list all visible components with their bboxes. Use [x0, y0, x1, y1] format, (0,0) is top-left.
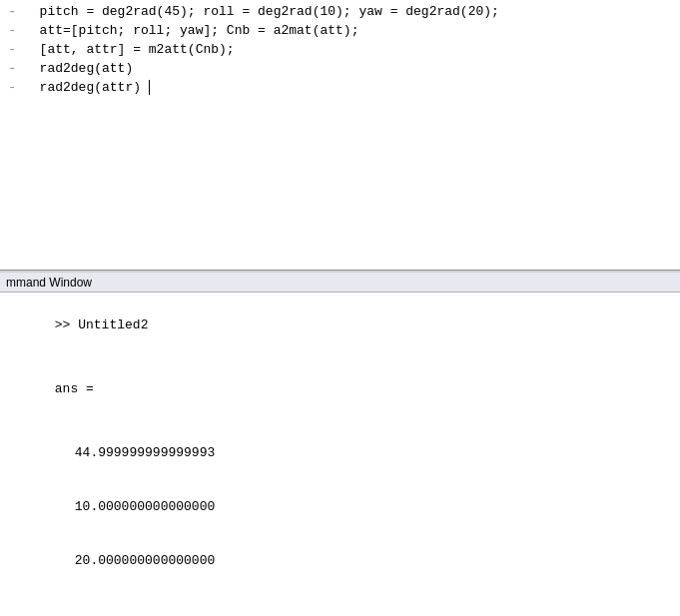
cmd-blank-4	[8, 598, 672, 608]
line-indicator-2: -	[0, 21, 20, 40]
cursor	[141, 80, 150, 95]
code-line-2: - att=[pitch; roll; yaw]; Cnb = a2mat(at…	[0, 21, 680, 40]
code-text-2: att=[pitch; roll; yaw]; Cnb = a2mat(att)…	[20, 21, 358, 40]
line-indicator-3: -	[0, 40, 20, 59]
command-content: >> Untitled2 ans = 44.999999999999993 10…	[0, 293, 680, 616]
code-text-3: [att, attr] = m2att(Cnb);	[20, 40, 235, 59]
ans1-val3: 20.000000000000000	[8, 534, 672, 588]
ans-text-1: ans =	[55, 381, 94, 396]
command-window[interactable]: mmand Window >> Untitled2 ans = 44.99999…	[0, 273, 680, 616]
code-text-4: rad2deg(att)	[20, 59, 133, 78]
editor-section: - pitch = deg2rad(45); roll = deg2rad(10…	[0, 0, 680, 270]
ans1-val1: 44.999999999999993	[8, 426, 672, 480]
cmd-prompt-line: >> Untitled2	[8, 299, 672, 352]
ans1-val2: 10.000000000000000	[8, 480, 672, 534]
ans-label-2: ans =	[8, 608, 672, 616]
code-line-5: - rad2deg(attr)	[0, 78, 680, 97]
cmd-blank-1	[8, 352, 672, 362]
code-area: - pitch = deg2rad(45); roll = deg2rad(10…	[0, 0, 680, 97]
cmd-prompt-text: >> Untitled2	[55, 317, 149, 332]
line-indicator-4: -	[0, 59, 20, 78]
ans-label-1: ans =	[8, 362, 672, 416]
code-text-5: rad2deg(attr)	[20, 78, 150, 97]
code-text-1: pitch = deg2rad(45); roll = deg2rad(10);…	[20, 2, 499, 21]
cmd-blank-2	[8, 416, 672, 426]
command-window-header: mmand Window	[0, 273, 680, 293]
cmd-blank-3	[8, 588, 672, 598]
code-line-3: - [att, attr] = m2att(Cnb);	[0, 40, 680, 59]
code-line-4: - rad2deg(att)	[0, 59, 680, 78]
line-indicator-5: -	[0, 78, 20, 97]
code-line-1: - pitch = deg2rad(45); roll = deg2rad(10…	[0, 2, 680, 21]
line-indicator-1: -	[0, 2, 20, 21]
command-window-title: mmand Window	[6, 276, 92, 290]
